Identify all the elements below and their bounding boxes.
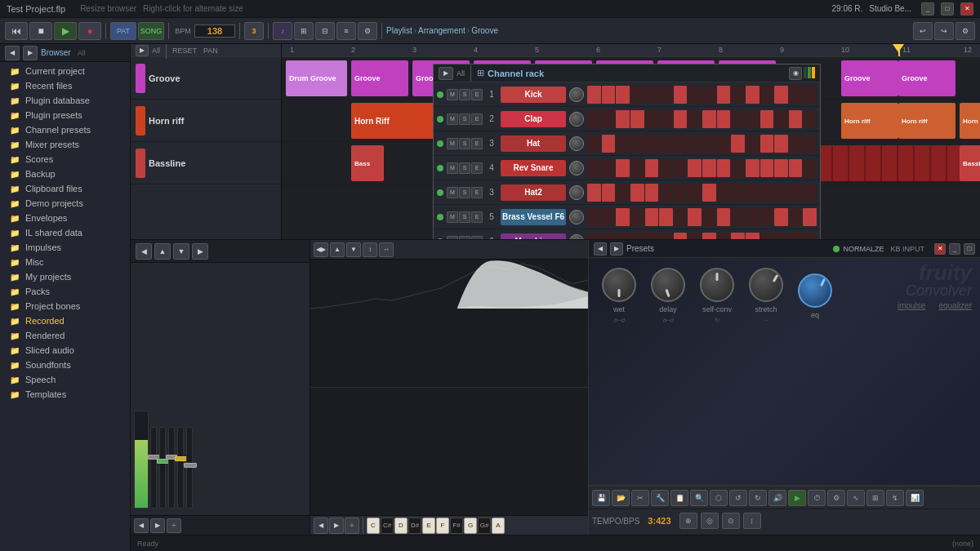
mx-btn-1[interactable]: ◀: [136, 243, 152, 260]
delay-knob[interactable]: [651, 268, 685, 302]
pad-3-1[interactable]: [602, 159, 616, 177]
bass-color[interactable]: [136, 149, 145, 178]
horn-riff-6[interactable]: Horn riff: [841, 103, 898, 139]
pad-4-9[interactable]: [717, 184, 731, 202]
ch-solo-4[interactable]: S: [459, 187, 470, 198]
pk-note-10[interactable]: A: [492, 518, 505, 534]
pad-2-13[interactable]: [774, 135, 788, 153]
pad-6-8[interactable]: [702, 233, 716, 240]
groove-block-9[interactable]: Groove: [898, 60, 956, 96]
pad-6-15[interactable]: [803, 233, 817, 240]
ch-solo-1[interactable]: S: [459, 113, 470, 125]
fader-track-4[interactable]: [177, 427, 184, 509]
sidebar-item-misc[interactable]: 📁Misc: [0, 255, 130, 269]
sidebar-item-project-bones[interactable]: 📁Project bones: [0, 299, 130, 313]
conv-next-btn[interactable]: ▶: [610, 242, 623, 256]
ch-solo-3[interactable]: S: [459, 162, 470, 174]
ch-name-btn-0[interactable]: Kick: [501, 87, 566, 103]
pad-0-9[interactable]: [717, 86, 731, 104]
pk-note-4[interactable]: D#: [408, 518, 421, 534]
groove-nav[interactable]: Groove: [471, 26, 498, 35]
pad-0-6[interactable]: [674, 86, 688, 104]
fader-track-2[interactable]: [159, 427, 166, 509]
pad-3-14[interactable]: [789, 159, 803, 177]
sidebar-item-recorded[interactable]: 📁Recorded: [0, 313, 130, 328]
conv-close[interactable]: ✕: [934, 243, 946, 255]
conv-cut[interactable]: ✂: [631, 490, 649, 506]
pad-3-13[interactable]: [774, 159, 788, 177]
pad-1-12[interactable]: [760, 110, 774, 128]
pad-6-13[interactable]: [774, 233, 788, 240]
pad-6-1[interactable]: [602, 233, 616, 240]
ch-vol-2[interactable]: [569, 136, 584, 151]
step-seq-btn[interactable]: ⊞: [294, 22, 314, 40]
conv-del[interactable]: 🔍: [690, 490, 708, 506]
conv-more-4[interactable]: ↯: [886, 490, 904, 506]
wf-btn-2[interactable]: ▲: [330, 242, 345, 257]
pk-note-1[interactable]: C: [367, 518, 380, 534]
pad-4-6[interactable]: [674, 184, 688, 202]
pad-1-5[interactable]: [659, 110, 673, 128]
ch-mute-0[interactable]: M: [447, 89, 458, 100]
playlist-play-btn[interactable]: ▶: [136, 45, 149, 56]
pad-1-7[interactable]: [688, 110, 702, 128]
mx-btn-3[interactable]: ▼: [173, 243, 189, 260]
ch-vol-4[interactable]: [569, 185, 584, 200]
fader-track-5[interactable]: [186, 427, 193, 509]
sidebar-item-recent-files[interactable]: 📁Recent files: [0, 78, 130, 93]
pad-5-12[interactable]: [760, 208, 774, 226]
pad-0-7[interactable]: [688, 86, 702, 104]
sidebar-item-soundfonts[interactable]: 📁Soundfonts: [0, 358, 130, 372]
tempo-display[interactable]: 138: [194, 24, 235, 38]
maximize-button[interactable]: □: [941, 2, 954, 16]
conv-more-5[interactable]: 📊: [906, 490, 924, 506]
pad-6-5[interactable]: [659, 233, 673, 240]
pk-note-3[interactable]: D: [394, 518, 408, 534]
pad-5-9[interactable]: [717, 208, 731, 226]
conv-sync-1[interactable]: ⊕: [679, 513, 697, 529]
browser-back-btn[interactable]: ◀: [5, 46, 20, 60]
sidebar-item-impulses[interactable]: 📁Impulses: [0, 240, 130, 255]
pad-6-10[interactable]: [731, 233, 745, 240]
pad-2-5[interactable]: [659, 135, 673, 153]
sidebar-item-plugin-presets[interactable]: 📁Plugin presets: [0, 108, 130, 122]
horn-riff-8[interactable]: Horn riff: [960, 103, 980, 139]
sidebar-item-rendered[interactable]: 📁Rendered: [0, 328, 130, 343]
pad-4-8[interactable]: [702, 184, 716, 202]
pad-6-2[interactable]: [616, 233, 630, 240]
conv-max[interactable]: □: [964, 243, 975, 255]
pad-3-11[interactable]: [746, 159, 760, 177]
mx-add[interactable]: +: [167, 518, 181, 533]
pad-5-11[interactable]: [746, 208, 760, 226]
mx-btn-4[interactable]: ▶: [192, 243, 208, 260]
sidebar-item-channel-presets[interactable]: 📁Channel presets: [0, 122, 130, 137]
conv-prev-btn[interactable]: ◀: [594, 242, 607, 256]
play-button[interactable]: ▶: [54, 22, 77, 40]
wet-knob[interactable]: [602, 268, 636, 302]
pk-note-9[interactable]: G#: [478, 518, 491, 534]
pattern-num[interactable]: 3: [244, 22, 264, 40]
conv-more-2[interactable]: ∿: [847, 490, 865, 506]
ch-vol-5[interactable]: [569, 210, 584, 224]
pad-4-5[interactable]: [659, 184, 673, 202]
pad-4-14[interactable]: [789, 184, 803, 202]
groove-color[interactable]: [136, 64, 145, 93]
pad-5-7[interactable]: [688, 208, 702, 226]
pad-0-8[interactable]: [702, 86, 716, 104]
pad-5-4[interactable]: [645, 208, 659, 226]
ch-solo-0[interactable]: S: [459, 89, 470, 100]
pad-0-12[interactable]: [760, 86, 774, 104]
pad-0-14[interactable]: [789, 86, 803, 104]
pad-1-15[interactable]: [803, 110, 817, 128]
pad-3-0[interactable]: [587, 159, 601, 177]
pk-add[interactable]: +: [345, 518, 359, 534]
pad-0-0[interactable]: [587, 86, 601, 104]
bassline-label[interactable]: Bassline: [960, 145, 980, 181]
conv-run[interactable]: ▶: [788, 490, 806, 506]
pad-5-2[interactable]: [616, 208, 630, 226]
pad-4-1[interactable]: [602, 184, 616, 202]
pad-5-6[interactable]: [674, 208, 688, 226]
sidebar-item-demo-projects[interactable]: 📁Demo projects: [0, 196, 130, 211]
ch-solo-2[interactable]: S: [459, 138, 470, 149]
mx-nav-2[interactable]: ▶: [150, 518, 165, 533]
